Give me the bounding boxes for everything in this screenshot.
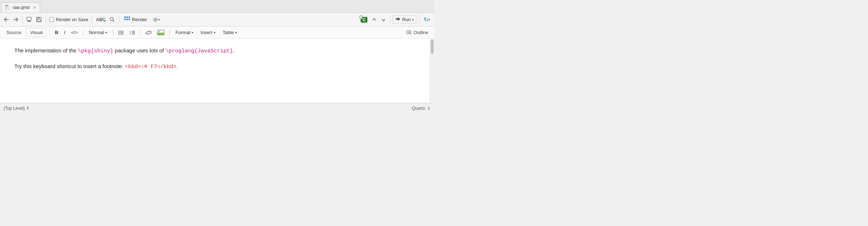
run-arrow-icon [396,17,401,22]
render-button[interactable]: Render [121,15,150,24]
move-up-button[interactable] [370,16,378,24]
ordered-list-icon: 1. 2. 3. [130,30,135,35]
editor-sep-2 [83,29,83,36]
file-icon [5,5,10,10]
outline-lines-icon [406,30,412,35]
separator-5 [390,16,390,23]
svg-point-12 [110,18,114,21]
save-button[interactable] [34,15,43,24]
status-bar: (Top Level) ⇕ Quarto ⇕ [0,103,434,113]
svg-point-20 [154,19,156,20]
normal-dropdown[interactable]: Normal ▾ [86,29,110,36]
editor-area[interactable]: The implementation of the \pkg{shiny} pa… [0,39,430,103]
svg-rect-18 [126,19,128,20]
editor-toolbar: Source Visual B I </> Normal ▾ 1. 2. [0,27,434,39]
pkg-shiny: \pkg{shiny} [78,48,114,54]
kbd-keys: ⇧⌘ F7 [141,64,157,70]
svg-rect-1 [5,5,8,6]
file-tab[interactable]: raw.qmd ✕ [1,3,40,13]
run-label: Run [402,17,411,22]
refresh-button[interactable]: ↻ ▾ [422,15,432,24]
run-button[interactable]: Run ▾ [392,15,417,24]
run-caret: ▾ [412,18,414,22]
svg-rect-17 [124,19,126,20]
render-grid-icon [124,17,130,23]
unordered-list-icon [118,30,124,35]
image-icon [157,30,164,35]
svg-rect-15 [126,17,128,18]
code-inline-button[interactable]: </> [69,29,80,36]
svg-text:3.: 3. [130,33,131,35]
render-on-save-label[interactable]: Render on Save [48,17,90,22]
separator-1 [22,16,23,23]
svg-rect-10 [37,17,40,19]
refresh-caret: ▾ [428,18,430,22]
render-on-save-checkbox[interactable] [49,17,54,22]
top-level-label: (Top Level) [4,106,25,111]
visual-view-button[interactable]: Visual [26,28,47,37]
unordered-list-button[interactable] [116,29,126,36]
language-label: Quarto [412,106,425,111]
back-button[interactable] [2,16,11,23]
scrollbar[interactable] [430,39,434,103]
svg-point-26 [119,33,120,34]
spell-check-button[interactable]: ABC ✓ [94,16,107,24]
add-chunk-icon: C + [361,17,367,22]
table-caret: ▾ [235,31,237,34]
search-button[interactable] [108,15,117,24]
status-right: Quarto ⇕ [412,106,430,111]
render-label: Render [132,17,147,22]
editor-container: The implementation of the \pkg{shiny} pa… [0,39,434,103]
insert-dropdown[interactable]: Insert ▾ [198,29,218,36]
svg-point-24 [119,32,120,33]
proglang-javascript: \proglang{JavaScript} [165,48,233,54]
link-button[interactable] [144,29,154,36]
table-dropdown[interactable]: Table ▾ [220,29,240,36]
abc-icon: ABC ✓ [96,17,105,22]
level-arrows: ⇕ [26,106,29,110]
svg-rect-11 [37,20,40,22]
separator-4 [119,16,119,23]
add-chunk-button[interactable]: C + [359,15,369,24]
tab-filename: raw.qmd [13,5,29,10]
settings-caret: ▾ [158,18,160,22]
settings-button[interactable]: ▾ [151,15,162,24]
link-icon [146,30,151,35]
kbd-open: <kbd> [125,64,141,70]
italic-button[interactable]: I [62,29,68,36]
bold-button[interactable]: B [53,29,60,36]
format-caret: ▾ [192,31,193,34]
svg-line-13 [113,20,115,22]
outline-button[interactable]: Outline [403,29,431,36]
svg-rect-6 [27,17,31,20]
content-paragraph-2: Try this keyboard shortcut to insert a f… [14,62,415,72]
move-down-button[interactable] [379,16,388,24]
svg-rect-16 [129,17,130,18]
navigate-button[interactable] [25,15,34,24]
format-dropdown[interactable]: Format ▾ [173,29,196,36]
tab-bar: raw.qmd ✕ [0,0,434,13]
editor-sep-1 [49,29,50,36]
kbd-close: </kbd> [157,64,177,70]
ordered-list-button[interactable]: 1. 2. 3. [127,29,138,36]
forward-button[interactable] [11,16,20,23]
editor-sep-4 [140,29,141,36]
image-button[interactable] [155,29,167,36]
editor-sep-3 [113,29,113,36]
refresh-icon: ↻ [424,16,428,23]
normal-caret: ▾ [105,31,107,34]
separator-2 [45,16,46,23]
tab-close-button[interactable]: ✕ [33,6,36,10]
scrollbar-thumb[interactable] [431,39,434,54]
language-arrows: ⇕ [427,106,430,110]
content-paragraph-1: The implementation of the \pkg{shiny} pa… [14,46,415,56]
svg-rect-14 [124,17,126,18]
source-view-button[interactable]: Source [3,29,25,36]
insert-caret: ▾ [214,31,216,34]
main-toolbar: Render on Save ABC ✓ Render [0,13,434,27]
separator-6 [419,16,420,23]
svg-rect-19 [129,19,130,20]
separator-3 [92,16,92,23]
status-left: (Top Level) ⇕ [4,106,29,111]
svg-point-22 [119,30,120,32]
